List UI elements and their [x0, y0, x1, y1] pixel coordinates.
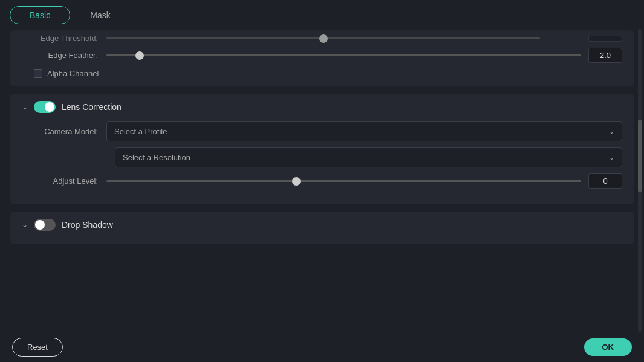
drop-shadow-toggle-knob [35, 220, 45, 230]
edge-threshold-display[interactable] [588, 36, 622, 42]
edge-threshold-label: Edge Threshold: [22, 34, 106, 43]
scrollbar-track [638, 29, 642, 332]
adjust-level-track[interactable] [106, 180, 581, 182]
resolution-dropdown-container: Select a Resolution ⌄ [115, 147, 622, 167]
alpha-channel-row: Alpha Channel [34, 69, 622, 78]
camera-model-dropdown-container: Select a Profile ⌄ [106, 121, 622, 141]
bottom-bar: Reset OK [0, 332, 644, 362]
scrollbar-thumb[interactable] [638, 120, 642, 192]
adjust-level-thumb[interactable] [292, 177, 301, 186]
lens-correction-toggle[interactable] [34, 101, 56, 113]
tab-mask[interactable]: Mask [70, 6, 130, 24]
ok-button[interactable]: OK [584, 338, 633, 356]
adjust-level-label: Adjust Level: [22, 176, 106, 186]
drop-shadow-toggle[interactable] [34, 219, 56, 231]
edge-feather-track[interactable] [106, 54, 581, 56]
tab-basic[interactable]: Basic [10, 6, 70, 24]
lens-correction-panel: ⌄ Lens Correction Camera Model: Select a… [10, 94, 634, 204]
adjust-level-row: Adjust Level: 0 [22, 173, 622, 189]
resolution-row: Select a Resolution ⌄ [115, 147, 622, 167]
edge-threshold-slider-container [106, 36, 581, 42]
adjust-level-value[interactable]: 0 [588, 173, 622, 189]
lens-correction-title: Lens Correction [62, 102, 122, 112]
resolution-dropdown[interactable]: Select a Resolution ⌄ [115, 147, 622, 167]
edge-threshold-track[interactable] [106, 37, 540, 39]
camera-model-dropdown[interactable]: Select a Profile ⌄ [106, 121, 622, 141]
lens-correction-toggle-knob [45, 102, 54, 112]
alpha-channel-checkbox[interactable] [34, 69, 42, 78]
camera-model-row: Camera Model: Select a Profile ⌄ [22, 121, 622, 141]
adjust-level-slider-container [106, 180, 581, 182]
resolution-chevron-icon: ⌄ [609, 154, 614, 161]
alpha-channel-label: Alpha Channel [47, 69, 99, 78]
lens-correction-chevron[interactable]: ⌄ [22, 103, 28, 111]
edge-panel: Edge Threshold: Edge Feather: 2.0 Alpha … [10, 30, 634, 86]
resolution-value: Select a Resolution [123, 153, 190, 162]
content-area: Edge Threshold: Edge Feather: 2.0 Alpha … [0, 30, 644, 333]
edge-feather-value[interactable]: 2.0 [588, 48, 622, 63]
edge-threshold-row: Edge Threshold: [22, 34, 622, 43]
camera-model-chevron-icon: ⌄ [609, 128, 614, 135]
drop-shadow-chevron[interactable]: ⌄ [22, 221, 28, 229]
lens-correction-header: ⌄ Lens Correction [22, 101, 622, 113]
edge-feather-row: Edge Feather: 2.0 [22, 48, 622, 63]
reset-button[interactable]: Reset [12, 338, 63, 357]
edge-threshold-thumb[interactable] [319, 34, 328, 43]
camera-model-value: Select a Profile [114, 127, 167, 136]
drop-shadow-header: ⌄ Drop Shadow [22, 219, 622, 231]
camera-model-label: Camera Model: [22, 127, 106, 136]
edge-feather-label: Edge Feather: [22, 51, 106, 60]
edge-feather-slider-container [106, 54, 581, 56]
tab-bar: Basic Mask [0, 0, 644, 30]
edge-feather-thumb[interactable] [135, 51, 144, 60]
drop-shadow-panel: ⌄ Drop Shadow [10, 212, 634, 244]
drop-shadow-title: Drop Shadow [62, 220, 113, 230]
